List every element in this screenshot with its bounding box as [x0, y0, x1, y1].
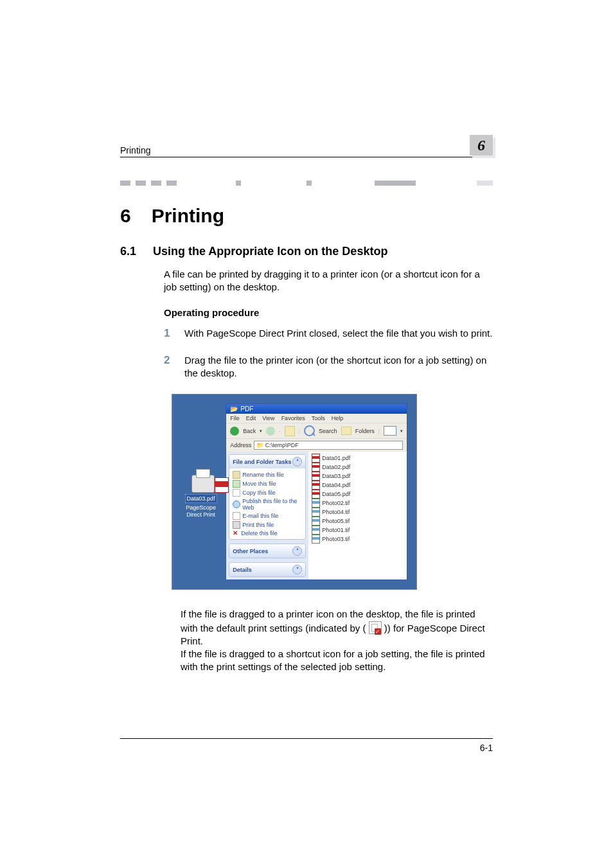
file-item[interactable]: Photo05.tif [312, 517, 404, 526]
back-icon[interactable] [230, 427, 239, 436]
task-label: E-mail this file [242, 513, 278, 519]
pdf-file-icon [312, 490, 320, 499]
step-num: 2 [164, 354, 175, 380]
task-email[interactable]: E-mail this file [233, 511, 302, 520]
chapter-badge: 6 [470, 135, 493, 155]
task-publish-web[interactable]: Publish this file to the Web [233, 497, 302, 511]
folders-label[interactable]: Folders [355, 428, 375, 434]
copy-icon [233, 489, 240, 497]
task-group-header[interactable]: Other Places ˅ [229, 544, 305, 558]
pdf-file-icon[interactable] [215, 477, 229, 493]
chevron-down-icon[interactable]: ˅ [292, 546, 302, 556]
step-num: 1 [164, 327, 175, 340]
search-icon[interactable] [304, 425, 315, 436]
step-1: 1 With PageScope Direct Print closed, se… [164, 327, 493, 340]
page-number: 6-1 [480, 743, 493, 753]
task-print[interactable]: Print this file [233, 520, 302, 529]
delete-icon: ✕ [233, 530, 239, 536]
folder-icon: 📁 [256, 442, 263, 448]
search-label[interactable]: Search [319, 428, 337, 434]
result-text-2: If the file is dragged to a shortcut ico… [181, 648, 485, 672]
task-label: Delete this file [241, 530, 278, 536]
procedure-subhead: Operating procedure [164, 307, 493, 318]
explorer-addressbar: Address 📁 C:\temp\PDF [226, 439, 407, 452]
task-group-title: Details [233, 567, 252, 573]
file-item[interactable]: Data03.pdf [312, 472, 404, 481]
task-label: Move this file [242, 481, 276, 487]
task-group-title: File and Folder Tasks [233, 459, 291, 465]
address-value: C:\temp\PDF [265, 442, 299, 448]
explorer-title-text: PDF [240, 405, 253, 412]
file-name: Data05.pdf [322, 491, 350, 497]
task-label: Publish this file to the Web [242, 498, 302, 511]
menu-tools[interactable]: Tools [312, 415, 325, 421]
email-icon [233, 512, 240, 520]
printer-target-label: PageScope Direct Print [181, 504, 220, 518]
file-item[interactable]: Photo03.tif [312, 535, 404, 544]
file-name: Data01.pdf [322, 455, 350, 461]
tasks-pane: File and Folder Tasks ˄ Rename this file… [226, 452, 308, 580]
file-item[interactable]: Data02.pdf [312, 463, 404, 472]
default-setting-icon [369, 621, 382, 634]
file-name: Data03.pdf [322, 473, 350, 479]
task-group-other-places: Other Places ˅ [229, 544, 306, 558]
explorer-menubar: File Edit View Favorites Tools Help [226, 414, 407, 423]
file-name: Photo04.tif [322, 509, 350, 515]
pdf-file-icon [312, 481, 320, 490]
task-rename[interactable]: Rename this file [233, 470, 302, 479]
explorer-window: 📂 PDF File Edit View Favorites Tools Hel… [226, 403, 407, 580]
chevron-up-icon[interactable]: ˄ [292, 457, 302, 466]
tif-file-icon [312, 535, 320, 544]
heading-2-num: 6.1 [120, 245, 136, 258]
step-text: Drag the file to the printer icon (or th… [184, 354, 493, 380]
tif-file-icon [312, 517, 320, 526]
web-icon [233, 500, 240, 508]
file-item[interactable]: Data01.pdf [312, 454, 404, 463]
pdf-file-icon [312, 472, 320, 481]
task-move[interactable]: Move this file [233, 479, 302, 488]
views-icon[interactable] [384, 426, 396, 436]
file-name: Photo01.tif [322, 527, 350, 533]
task-group-details: Details ˅ [229, 562, 306, 577]
screenshot-illustration: Data03.pdf PageScope Direct Print 📂 PDF … [172, 394, 417, 590]
forward-icon[interactable] [266, 427, 275, 436]
tif-file-icon [312, 508, 320, 517]
menu-favorites[interactable]: Favorites [281, 415, 305, 421]
header-tick-marks [120, 181, 493, 186]
explorer-titlebar[interactable]: 📂 PDF [226, 404, 407, 414]
heading-1-num: 6 [120, 205, 131, 227]
menu-file[interactable]: File [230, 415, 240, 421]
result-paragraphs: If the file is dragged to a printer icon… [181, 608, 493, 673]
chevron-down-icon[interactable]: ˅ [292, 565, 302, 574]
back-label[interactable]: Back [243, 428, 256, 434]
pdf-file-icon [312, 454, 320, 463]
task-label: Rename this file [242, 472, 284, 478]
file-item[interactable]: Photo04.tif [312, 508, 404, 517]
task-group-header[interactable]: File and Folder Tasks ˄ [229, 455, 305, 468]
menu-view[interactable]: View [262, 415, 274, 421]
file-item[interactable]: Photo01.tif [312, 526, 404, 535]
file-item[interactable]: Data05.pdf [312, 490, 404, 499]
task-delete[interactable]: ✕Delete this file [233, 529, 302, 537]
heading-2-text: Using the Appropriate Icon on the Deskto… [153, 245, 387, 258]
intro-paragraph: A file can be printed by dragging it to … [164, 268, 493, 294]
task-copy[interactable]: Copy this file [233, 488, 302, 497]
running-title: Printing [120, 145, 150, 155]
folders-icon[interactable] [341, 427, 351, 435]
menu-edit[interactable]: Edit [246, 415, 256, 421]
file-item[interactable]: Data04.pdf [312, 481, 404, 490]
heading-1: 6 Printing [120, 205, 493, 227]
file-item[interactable]: Photo02.tif [312, 499, 404, 508]
address-field[interactable]: 📁 C:\temp\PDF [254, 441, 403, 450]
printer-icon[interactable] [191, 475, 215, 493]
tif-file-icon [312, 526, 320, 535]
menu-help[interactable]: Help [332, 415, 344, 421]
address-label: Address [230, 442, 251, 448]
file-name: Photo03.tif [322, 536, 350, 542]
task-group-header[interactable]: Details ˅ [229, 563, 305, 576]
procedure-list: 1 With PageScope Direct Print closed, se… [164, 327, 493, 380]
step-text: With PageScope Direct Print closed, sele… [184, 327, 492, 340]
up-icon[interactable] [285, 426, 295, 436]
file-name: Photo02.tif [322, 500, 350, 506]
task-group-title: Other Places [233, 548, 268, 554]
